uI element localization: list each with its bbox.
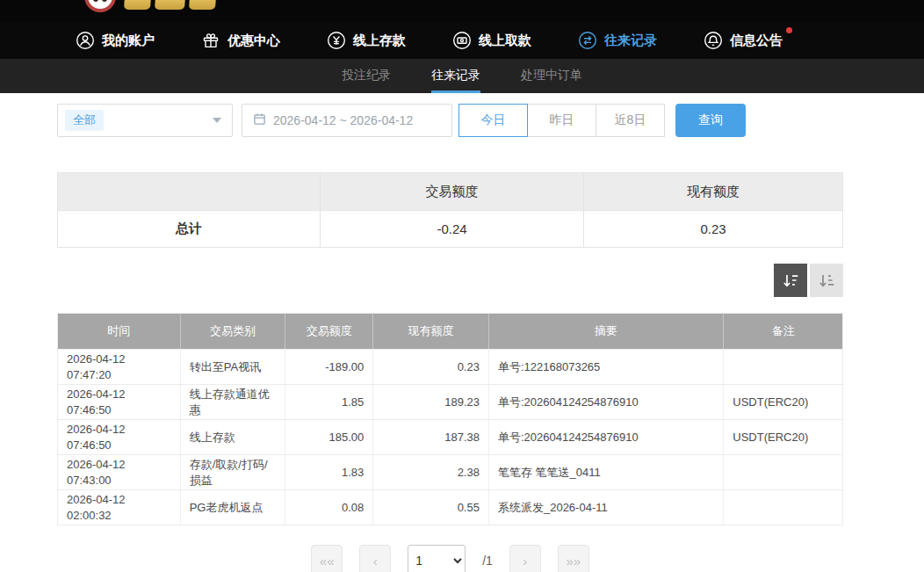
cell-time: 2026-04-12 07:47:20 [58,350,181,384]
cell-type: 线上存款通道优惠 [181,385,286,419]
summary-header-row: 交易额度 现有额度 [58,173,842,210]
cell-remarks: USDT(ERC20) [724,420,842,454]
today-button[interactable]: 今日 [458,104,528,137]
cell-balance: 2.38 [373,455,489,489]
cell-amount: 0.08 [285,490,373,525]
cell-type: PG老虎机返点 [181,490,286,525]
first-page-button[interactable]: «« [311,545,343,572]
cell-time: 2026-04-12 07:43:00 [58,455,181,489]
sub-nav: 投注纪录 往来记录 处理中订单 [0,59,924,93]
summary-balance-total: 0.23 [583,211,842,247]
site-logo [84,0,216,12]
cell-balance: 187.38 [373,420,489,454]
main-nav: 我的账户 优惠中心 线上存款 线上取款 [0,22,924,59]
cell-amount: 185.00 [285,420,373,454]
nav-item-promotions[interactable]: 优惠中心 [201,31,280,50]
deposit-icon [327,31,346,50]
cell-summary: 单号:122168073265 [489,350,724,384]
cell-type: 转出至PA视讯 [181,350,286,384]
last-page-button[interactable]: »» [558,545,589,572]
main-content: 全部 2026-04-12 ~ 2026-04-12 今日 昨日 近8日 查询 … [57,104,843,572]
top-logo-bar [0,0,924,22]
sort-descending-button[interactable] [774,264,807,297]
cell-type: 线上存款 [181,420,286,454]
col-header-amount: 交易额度 [285,314,373,349]
sort-controls [57,264,843,297]
summary-header-balance: 现有额度 [583,173,842,210]
cell-remarks [724,490,842,525]
table-row: 2026-04-12 07:46:50 线上存款通道优惠 1.85 189.23… [58,384,842,419]
tab-processing-orders[interactable]: 处理中订单 [521,59,582,93]
col-header-summary: 摘要 [489,314,724,349]
cell-balance: 0.55 [373,490,489,525]
records-icon [578,31,597,50]
page-total: /1 [482,545,493,572]
cell-summary: 单号:202604124254876910 [489,385,724,419]
search-button[interactable]: 查询 [675,104,746,137]
table-row: 2026-04-12 07:46:50 线上存款 185.00 187.38 单… [58,419,842,454]
bell-icon [704,31,723,50]
tab-betting-records[interactable]: 投注纪录 [342,59,391,93]
date-range-value: 2026-04-12 ~ 2026-04-12 [273,113,413,127]
logo-mascot-icon [84,0,116,12]
cell-time: 2026-04-12 07:46:50 [58,385,181,419]
nav-item-label: 线上存款 [353,33,406,49]
table-row: 2026-04-12 07:43:00 存款/取款/打码/损益 1.83 2.3… [58,454,842,489]
summary-header-transaction: 交易额度 [320,173,583,210]
cell-time: 2026-04-12 07:46:50 [58,420,181,454]
sort-ascending-button[interactable] [810,264,843,297]
nav-item-label: 信息公告 [730,33,783,49]
cell-balance: 189.23 [373,385,489,419]
summary-table: 交易额度 现有额度 总计 -0.24 0.23 [57,172,843,248]
cell-amount: -189.00 [285,350,373,384]
cell-remarks [724,350,842,384]
gift-icon [201,31,220,50]
prev-page-button[interactable]: ‹ [359,545,391,572]
notification-dot [786,27,792,33]
nav-item-online-deposit[interactable]: 线上存款 [327,31,406,50]
cell-balance: 0.23 [373,350,489,384]
summary-header-empty [58,173,320,210]
nav-item-online-withdrawal[interactable]: 线上取款 [452,31,531,50]
type-dropdown-value: 全部 [65,110,104,131]
cell-remarks [724,455,842,489]
last8days-button[interactable]: 近8日 [596,104,665,137]
summary-total-row: 总计 -0.24 0.23 [58,210,842,247]
col-header-time: 时间 [58,314,181,349]
type-dropdown[interactable]: 全部 [57,104,233,137]
nav-item-label: 线上取款 [479,33,531,49]
summary-total-label: 总计 [58,211,320,247]
table-row: 2026-04-12 07:47:20 转出至PA视讯 -189.00 0.23… [58,349,842,384]
cell-remarks: USDT(ERC20) [724,385,842,419]
cell-summary: 单号:202604124254876910 [489,420,724,454]
calendar-icon [253,112,266,128]
table-row: 2026-04-12 02:00:32 PG老虎机返点 0.08 0.55 系统… [58,489,842,525]
cell-type: 存款/取款/打码/损益 [181,455,286,489]
nav-item-label: 往来记录 [604,33,657,49]
pagination: «« ‹ 1 /1 › »» [57,545,843,572]
user-icon [76,31,95,50]
quick-range-group: 今日 昨日 近8日 [459,104,665,137]
yesterday-button[interactable]: 昨日 [527,104,596,137]
nav-item-my-account[interactable]: 我的账户 [76,31,155,50]
nav-item-announcements[interactable]: 信息公告 [704,31,783,50]
cell-time: 2026-04-12 02:00:32 [58,490,181,525]
col-header-balance: 现有额度 [373,314,489,349]
records-table: 时间 交易类别 交易额度 现有额度 摘要 备注 2026-04-12 07:47… [57,313,843,525]
withdraw-icon [452,31,472,50]
page-select[interactable]: 1 [408,545,466,572]
date-range-picker[interactable]: 2026-04-12 ~ 2026-04-12 [242,104,452,137]
col-header-type: 交易类别 [181,314,286,349]
next-page-button[interactable]: › [509,545,541,572]
nav-item-label: 我的账户 [102,33,155,49]
tab-transaction-records[interactable]: 往来记录 [431,59,480,93]
chevron-down-icon [213,118,221,123]
cell-summary: 系统派发_2026-04-11 [489,490,724,525]
cell-summary: 笔笔存 笔笔送_0411 [489,455,724,489]
col-header-remarks: 备注 [724,314,842,349]
nav-item-transaction-records[interactable]: 往来记录 [578,31,657,50]
summary-transaction-total: -0.24 [320,211,583,247]
logo-text [125,0,216,10]
records-table-header: 时间 交易类别 交易额度 现有额度 摘要 备注 [58,314,842,349]
filter-bar: 全部 2026-04-12 ~ 2026-04-12 今日 昨日 近8日 查询 [57,104,843,137]
